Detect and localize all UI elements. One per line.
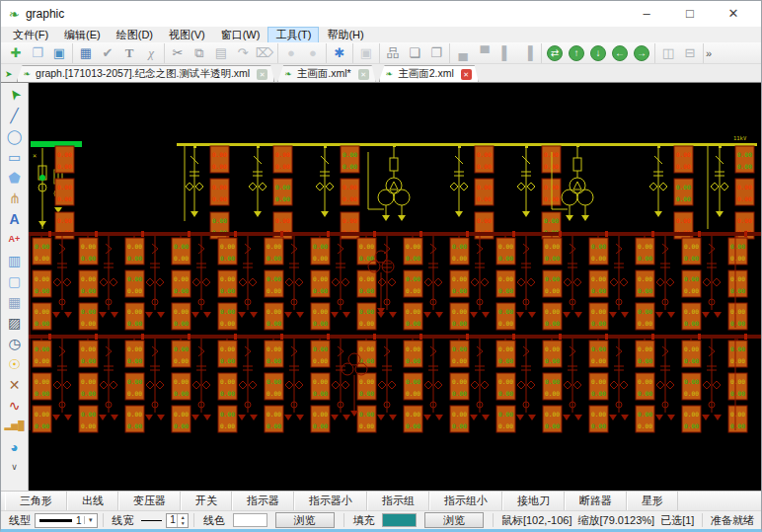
layout-rows-button[interactable]: ⊟ xyxy=(679,43,701,63)
document-leaf-icon: ❧ xyxy=(386,69,394,79)
select-tool-icon: ➤ xyxy=(5,86,23,104)
pentagon-tool-button[interactable]: ⬟ xyxy=(3,167,27,188)
layout-columns-button[interactable]: ◫ xyxy=(657,43,679,63)
menu-item-file[interactable]: 文件(F) xyxy=(5,27,56,43)
tab-close-icon[interactable]: ✕ xyxy=(461,69,472,80)
paste-button[interactable]: ▤ xyxy=(210,43,232,63)
align-left-button[interactable]: ▌ xyxy=(495,43,517,63)
export-button[interactable]: ▣ xyxy=(355,43,377,63)
redo-circle-button[interactable]: ● xyxy=(302,43,324,63)
select-tool-button[interactable]: ➤ xyxy=(3,84,27,105)
table-tool-button[interactable]: ▦ xyxy=(3,291,27,312)
copy-button[interactable]: ⧉ xyxy=(189,43,210,63)
menu-item-view[interactable]: 视图(V) xyxy=(161,27,213,43)
fan-tool-button[interactable]: ⋔ xyxy=(3,188,27,208)
text-button[interactable]: T xyxy=(118,43,140,63)
move-right-button[interactable]: → xyxy=(631,43,652,63)
grid-button[interactable]: ▦ xyxy=(75,43,97,63)
line-tool-button[interactable]: ╱ xyxy=(3,105,27,125)
settings-gear-button[interactable]: ✱ xyxy=(329,43,350,63)
stepper-arrows-icon[interactable]: ▲▼ xyxy=(177,514,188,527)
rounded-rect-tool-button[interactable]: ▢ xyxy=(3,270,27,291)
tab-close-icon[interactable]: ✕ xyxy=(257,69,267,80)
italic-x-button[interactable]: χ xyxy=(140,43,162,63)
symbol-tab-triangle[interactable]: 三角形 xyxy=(5,492,67,510)
line-color-browse-button[interactable]: 浏览 xyxy=(275,512,335,528)
redo-button[interactable]: ↷ xyxy=(232,43,254,63)
tab-graph-file[interactable]: ❧graph.[171013-2057].纪念之图.测试半透明.xml✕ xyxy=(17,65,275,82)
polyline-chart-tool-button[interactable]: ∿ xyxy=(3,395,27,416)
clock-tool-button[interactable]: ◷ xyxy=(3,333,27,353)
svg-text:0.00: 0.00 xyxy=(127,390,142,397)
maximize-button[interactable]: □ xyxy=(668,2,712,26)
line-color-swatch[interactable] xyxy=(233,513,267,527)
ellipse-tool-button[interactable]: ◯ xyxy=(3,125,27,146)
text-add-tool-button[interactable]: A+ xyxy=(3,229,27,250)
pie-chart-tool-button[interactable]: ◕ xyxy=(3,436,27,457)
menu-item-draw[interactable]: 绘图(D) xyxy=(109,27,161,43)
align-bottom-button[interactable]: ▄ xyxy=(452,43,474,63)
line-width-stepper[interactable]: 1 ▲▼ xyxy=(166,513,189,528)
bulb-tool-button[interactable]: ☉ xyxy=(3,353,27,374)
align-top-button[interactable]: ▀ xyxy=(474,43,495,63)
hierarchy-button[interactable]: 品 xyxy=(382,43,404,63)
clock-tool-icon: ◷ xyxy=(8,337,20,350)
symbol-tab-indicator-group[interactable]: 指示组 xyxy=(367,492,429,510)
curve-tool-button[interactable]: ✕ xyxy=(3,374,27,395)
symbol-tab-star[interactable]: 星形 xyxy=(627,492,678,510)
fill-color-browse-button[interactable]: 浏览 xyxy=(424,512,484,528)
save-button[interactable]: ▣ xyxy=(48,43,70,63)
image-tool-button[interactable]: ▥ xyxy=(3,250,27,270)
check-button[interactable]: ✔ xyxy=(97,43,118,63)
menu-item-help[interactable]: 帮助(H) xyxy=(319,27,371,43)
palette-overflow-button[interactable]: ∨ xyxy=(3,457,27,478)
tab-close-icon[interactable]: ✕ xyxy=(358,69,369,80)
menu-item-edit[interactable]: 编辑(E) xyxy=(56,27,109,43)
dropdown-arrow-icon[interactable]: ▾ xyxy=(84,516,97,524)
toolbar-overflow-icon[interactable]: » xyxy=(706,47,712,59)
menu-item-window[interactable]: 窗口(W) xyxy=(213,27,268,43)
menu-item-tools[interactable]: 工具(T) xyxy=(267,27,319,43)
svg-text:0.00: 0.00 xyxy=(406,308,420,315)
svg-text:0.00: 0.00 xyxy=(267,345,281,352)
symbol-tab-indicator-small[interactable]: 指示器小 xyxy=(294,492,367,510)
tab-nav-icon[interactable]: ➤ xyxy=(5,69,13,79)
svg-text:0.00: 0.00 xyxy=(730,243,745,250)
selection-count-readout: 已选[1] xyxy=(660,513,694,528)
symbol-tab-switch[interactable]: 开关 xyxy=(181,492,232,510)
tab-main-screen-2[interactable]: ❧主画面2.xml✕ xyxy=(379,65,479,82)
toolbar-group: 品❏❐ xyxy=(380,43,450,63)
move-up-button[interactable]: ↑ xyxy=(566,43,587,63)
svg-text:0.00: 0.00 xyxy=(174,378,189,385)
fill-color-swatch[interactable] xyxy=(382,513,417,527)
ungroup-button[interactable]: ❐ xyxy=(425,43,447,63)
rectangle-tool-button[interactable]: ▭ xyxy=(3,146,27,167)
drawing-canvas[interactable]: ×0.000.000.000.000.000.0011kV0.000.000.0… xyxy=(29,83,761,491)
toolbar-group: ▣ xyxy=(353,43,380,63)
swap-button[interactable]: ⇄ xyxy=(544,43,566,63)
symbol-tab-indicator[interactable]: 指示器 xyxy=(232,492,294,510)
hatch-tool-button[interactable]: ▨ xyxy=(3,312,27,333)
symbol-tab-indicator-group-small[interactable]: 指示组小 xyxy=(429,492,502,510)
tool-palette: ➤╱◯▭⬟⋔AA+▥▢▦▨◷☉✕∿▂▅█◕∨ xyxy=(1,83,29,491)
text-tool-button[interactable]: A xyxy=(3,208,27,229)
open-folder-button[interactable]: ❐ xyxy=(27,43,48,63)
group-button[interactable]: ❏ xyxy=(404,43,425,63)
cut-button[interactable]: ✂ xyxy=(167,43,189,63)
move-left-button[interactable]: ← xyxy=(609,43,631,63)
symbol-tab-outgoing-line[interactable]: 出线 xyxy=(67,492,118,510)
move-down-button[interactable]: ↓ xyxy=(587,43,609,63)
symbol-tab-ground-knife[interactable]: 接地刀 xyxy=(502,492,565,510)
new-file-button[interactable]: ✚ xyxy=(5,43,27,63)
delete-button[interactable]: ⌦ xyxy=(254,43,275,63)
tab-main-screen[interactable]: ❧主画面.xml*✕ xyxy=(277,65,375,82)
close-button[interactable]: ✕ xyxy=(712,2,755,26)
bar-chart-tool-button[interactable]: ▂▅█ xyxy=(3,416,27,436)
symbol-tab-breaker[interactable]: 断路器 xyxy=(565,492,627,510)
minimize-button[interactable]: – xyxy=(625,2,668,26)
symbol-tab-transformer[interactable]: 变压器 xyxy=(118,492,181,510)
undo-circle-button[interactable]: ● xyxy=(280,43,302,63)
align-right-button[interactable]: ▐ xyxy=(517,43,539,63)
line-type-dropdown[interactable]: 1 ▾ xyxy=(35,513,98,528)
schematic-diagram[interactable]: ×0.000.000.000.000.000.0011kV0.000.000.0… xyxy=(29,83,761,491)
